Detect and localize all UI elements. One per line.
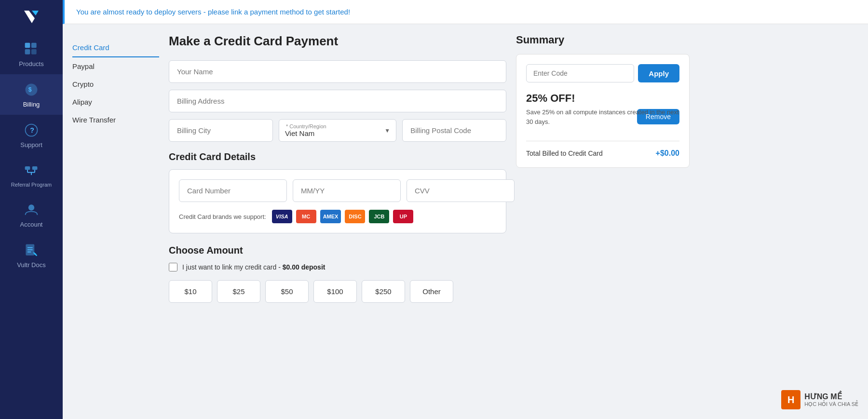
link-card-checkbox-row: I just want to link my credit card - $0.…: [169, 263, 506, 271]
svg-rect-12: [32, 166, 38, 170]
svg-text:$: $: [28, 86, 32, 93]
country-select[interactable]: * Country/Region Viet Nam ▼: [279, 119, 396, 142]
payment-form: Make a Credit Card Payment * Country/Reg…: [169, 34, 506, 409]
nav-credit-card[interactable]: Credit Card: [72, 39, 159, 57]
amex-brand: AMEX: [320, 210, 341, 223]
card-number-input[interactable]: [179, 179, 287, 202]
billing-address-input[interactable]: [169, 90, 506, 112]
amount-btn-250[interactable]: $250: [362, 280, 405, 303]
amount-btn-10[interactable]: $10: [169, 280, 212, 303]
sidebar-item-referral[interactable]: Referral Program: [0, 155, 63, 194]
products-icon: [23, 41, 40, 58]
watermark-title: HƯNG MỀ: [804, 392, 858, 401]
vultr-logo[interactable]: [19, 5, 43, 29]
referral-icon: [23, 162, 40, 179]
nav-crypto[interactable]: Crypto: [72, 75, 159, 93]
card-details-box: Credit Card brands we support: VISA MC A…: [169, 169, 506, 233]
card-inputs-row: [179, 179, 496, 202]
watermark-text-block: HƯNG MỀ HỌC HỎI VÀ CHIA SẺ: [804, 392, 858, 407]
country-value: Viet Nam: [285, 120, 384, 141]
visa-brand: VISA: [272, 210, 292, 223]
chevron-down-icon: ▼: [384, 127, 390, 134]
nav-wire-transfer[interactable]: Wire Transfer: [72, 111, 159, 129]
svg-point-22: [34, 253, 36, 255]
sidebar-item-docs[interactable]: Vultr Docs: [0, 235, 63, 275]
sidebar: Products $ Billing ? Support: [0, 0, 63, 419]
coupon-input[interactable]: [526, 64, 634, 82]
card-expiry-input[interactable]: [293, 179, 401, 202]
watermark: H HƯNG MỀ HỌC HỎI VÀ CHIA SẺ: [781, 390, 858, 409]
nav-alipay[interactable]: Alipay: [72, 93, 159, 111]
svg-rect-4: [31, 43, 37, 48]
amount-btn-25[interactable]: $25: [217, 280, 260, 303]
banner-text: You are almost ready to deploy servers -…: [76, 8, 350, 16]
total-value: +$0.00: [656, 149, 679, 158]
amount-btn-100[interactable]: $100: [313, 280, 357, 303]
summary-box: Apply 25% OFF! Save 25% on all compute i…: [516, 54, 690, 168]
form-title: Make a Credit Card Payment: [169, 34, 506, 49]
sidebar-item-billing[interactable]: $ Billing: [0, 74, 63, 115]
link-card-checkbox[interactable]: [169, 263, 177, 271]
svg-point-17: [28, 204, 34, 210]
card-brands-row: Credit Card brands we support: VISA MC A…: [179, 210, 496, 223]
svg-rect-11: [25, 166, 30, 170]
amount-buttons-row: $10 $25 $50 $100 $250 Other: [169, 280, 506, 303]
watermark-logo: H: [781, 390, 800, 409]
billing-icon: $: [23, 81, 40, 98]
total-row: Total Billed to Credit Card +$0.00: [526, 141, 679, 158]
amount-btn-50[interactable]: $50: [265, 280, 309, 303]
brands-label: Credit Card brands we support:: [179, 213, 266, 220]
svg-rect-6: [31, 49, 37, 54]
sidebar-item-products[interactable]: Products: [0, 34, 63, 74]
country-label: * Country/Region: [286, 123, 326, 129]
main-content: You are almost ready to deploy servers -…: [63, 0, 868, 419]
sidebar-item-billing-label: Billing: [23, 101, 40, 108]
sidebar-item-support[interactable]: ? Support: [0, 115, 63, 155]
unionpay-brand: UP: [393, 210, 413, 223]
discount-badge: 25% OFF!: [526, 92, 679, 105]
sidebar-item-referral-label: Referral Program: [11, 182, 52, 188]
sidebar-item-support-label: Support: [20, 141, 42, 149]
choose-amount-title: Choose Amount: [169, 245, 506, 256]
billing-city-input[interactable]: [169, 119, 273, 142]
link-card-label: I just want to link my credit card - $0.…: [182, 263, 325, 271]
discount-section: 25% OFF! Save 25% on all compute instanc…: [526, 92, 679, 133]
city-country-postal-row: * Country/Region Viet Nam ▼: [169, 119, 506, 142]
jcb-brand: JCB: [369, 210, 389, 223]
sidebar-item-docs-label: Vultr Docs: [17, 261, 45, 269]
watermark-subtitle: HỌC HỎI VÀ CHIA SẺ: [804, 401, 858, 407]
summary-title: Summary: [516, 34, 690, 46]
sidebar-item-products-label: Products: [19, 60, 43, 68]
amount-btn-other[interactable]: Other: [410, 280, 453, 303]
payment-method-nav: Credit Card Paypal Crypto Alipay Wire Tr…: [72, 34, 159, 409]
apply-coupon-button[interactable]: Apply: [638, 64, 679, 82]
card-cvv-input[interactable]: [407, 179, 515, 202]
discover-brand: DISC: [345, 210, 365, 223]
coupon-row: Apply: [526, 64, 679, 82]
your-name-input[interactable]: [169, 60, 506, 83]
billing-postal-input[interactable]: [402, 119, 506, 142]
sidebar-item-account-label: Account: [20, 221, 43, 228]
support-icon: ?: [23, 122, 40, 139]
nav-paypal[interactable]: Paypal: [72, 57, 159, 75]
svg-rect-3: [25, 43, 30, 48]
summary-panel: Summary Apply 25% OFF! Save 25% on all c…: [516, 34, 690, 409]
mastercard-brand: MC: [296, 210, 316, 223]
svg-text:?: ?: [30, 126, 34, 134]
content-row: Credit Card Paypal Crypto Alipay Wire Tr…: [63, 24, 868, 419]
total-label: Total Billed to Credit Card: [526, 149, 603, 157]
docs-icon: [23, 242, 40, 259]
svg-rect-5: [25, 49, 30, 54]
account-icon: [23, 201, 40, 218]
card-details-title: Credit Card Details: [169, 151, 506, 162]
info-banner: You are almost ready to deploy servers -…: [63, 0, 868, 24]
sidebar-item-account[interactable]: Account: [0, 194, 63, 235]
